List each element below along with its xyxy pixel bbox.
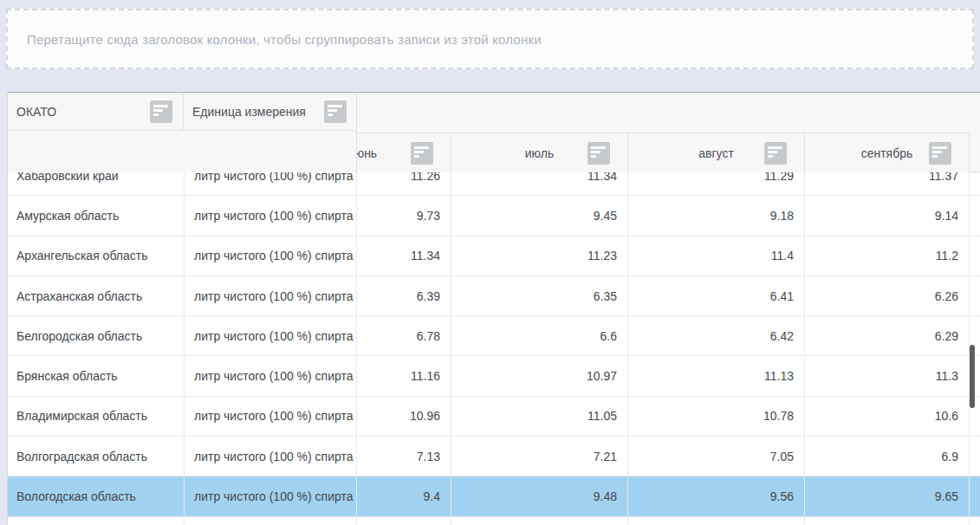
region-cell[interactable]: Хабаровский край xyxy=(8,172,184,195)
table-row[interactable]: 11.34 11.23 11.4 11.2 Архангельская обла… xyxy=(8,237,980,276)
table-row[interactable]: 7.13 7.21 7.05 6.9 Волгоградская область… xyxy=(8,437,980,476)
column-header-august[interactable]: август xyxy=(627,133,804,172)
value-cell[interactable]: 6.35 xyxy=(451,276,627,315)
value-cell[interactable]: 6.29 xyxy=(804,316,970,355)
value-cell[interactable]: 11.13 xyxy=(627,357,804,396)
region-cell[interactable]: Владимирская область xyxy=(8,397,184,436)
value-cell[interactable]: 6.9 xyxy=(804,437,970,476)
column-header-july[interactable]: июль xyxy=(451,133,627,172)
filter-menu-icon[interactable] xyxy=(150,100,172,123)
vertical-scrollbar-thumb[interactable] xyxy=(970,345,975,408)
value-cell[interactable]: 6.42 xyxy=(627,316,804,355)
filter-menu-icon[interactable] xyxy=(929,142,951,165)
value-cell[interactable]: 9.14 xyxy=(804,196,970,235)
column-header-okato[interactable]: ОКАТО xyxy=(8,93,184,131)
value-cell[interactable]: 11.3 xyxy=(804,357,970,396)
unit-cell[interactable]: литр чистого (100 %) спирта xyxy=(184,172,357,195)
value-cell[interactable]: 7.21 xyxy=(451,437,627,476)
value-cell[interactable]: 11.37 xyxy=(804,172,970,195)
value-cell[interactable]: 10.97 xyxy=(451,357,627,396)
column-header-unit[interactable]: Единица измерения xyxy=(184,93,357,131)
filter-menu-icon[interactable] xyxy=(324,100,347,123)
table-row[interactable]: 10.96 11.05 10.78 10.6 Владимирская обла… xyxy=(8,397,980,437)
unit-cell[interactable]: литр чистого (100 %) спирта xyxy=(184,476,357,515)
value-cell[interactable]: 9.48 xyxy=(451,476,627,515)
region-cell[interactable]: Архангельская область xyxy=(8,237,184,275)
region-cell[interactable]: Амурская область xyxy=(8,196,184,235)
column-header-september[interactable]: сентябрь xyxy=(804,133,970,172)
column-title: август xyxy=(698,146,734,160)
value-cell[interactable]: 11.4 xyxy=(627,237,804,275)
table-row-selected[interactable]: 9.4 9.48 9.56 9.65 Вологодская область л… xyxy=(8,476,980,516)
value-cell[interactable]: 9.18 xyxy=(627,196,804,235)
table-row[interactable] xyxy=(8,517,980,525)
region-cell[interactable]: Волгоградская область xyxy=(8,437,184,476)
region-cell[interactable]: Брянская область xyxy=(8,357,184,396)
column-title: ОКАТО xyxy=(16,105,56,119)
filter-menu-icon[interactable] xyxy=(764,142,787,165)
value-cell[interactable] xyxy=(451,517,627,525)
unit-cell[interactable]: литр чистого (100 %) спирта xyxy=(184,237,357,275)
locked-columns-header: ОКАТО Единица измерения xyxy=(8,93,357,172)
unit-cell[interactable] xyxy=(184,517,357,525)
value-cell[interactable]: 6.26 xyxy=(804,276,970,315)
data-grid: июнь июль август сентябрь ОКАТО Единица … xyxy=(7,92,980,525)
value-cell[interactable]: 9.45 xyxy=(451,196,627,235)
table-row[interactable]: 6.39 6.35 6.41 6.26 Астраханская область… xyxy=(8,276,980,316)
table-row[interactable]: 6.78 6.6 6.42 6.29 Белгородская область … xyxy=(8,316,980,356)
value-cell[interactable]: 9.56 xyxy=(627,476,804,515)
region-cell[interactable]: Белгородская область xyxy=(8,316,184,355)
filter-menu-icon[interactable] xyxy=(587,142,610,165)
unit-cell[interactable]: литр чистого (100 %) спирта xyxy=(184,437,357,476)
table-row[interactable]: 9.73 9.45 9.18 9.14 Амурская область лит… xyxy=(8,196,980,236)
grid-header: июнь июль август сентябрь ОКАТО Единица … xyxy=(8,93,980,172)
region-cell[interactable]: Вологодская область xyxy=(8,476,184,515)
value-cell[interactable] xyxy=(627,517,804,525)
value-cell[interactable]: 6.6 xyxy=(451,316,627,355)
group-by-drop-zone[interactable]: Перетащите сюда заголовок колонки, чтобы… xyxy=(6,9,974,69)
column-title: сентябрь xyxy=(861,146,913,160)
region-cell[interactable] xyxy=(8,517,184,525)
unit-cell[interactable]: литр чистого (100 %) спирта xyxy=(184,397,357,436)
region-cell[interactable]: Астраханская область xyxy=(8,276,184,315)
unit-cell[interactable]: литр чистого (100 %) спирта xyxy=(184,276,357,315)
value-cell[interactable]: 10.78 xyxy=(627,397,804,436)
table-row[interactable]: 11.16 10.97 11.13 11.3 Брянская область … xyxy=(8,357,980,397)
value-cell[interactable]: 10.6 xyxy=(804,397,970,436)
value-cell[interactable]: 11.23 xyxy=(451,237,627,275)
table-row[interactable]: 11.26 11.34 11.29 11.37 Хабаровский край… xyxy=(8,172,980,196)
grid-body: 11.26 11.34 11.29 11.37 Хабаровский край… xyxy=(8,172,980,525)
unit-cell[interactable]: литр чистого (100 %) спирта xyxy=(184,316,357,355)
value-cell[interactable]: 11.29 xyxy=(627,172,804,195)
value-cell[interactable]: 7.05 xyxy=(627,437,804,476)
value-cell[interactable]: 11.05 xyxy=(451,397,627,436)
unit-cell[interactable]: литр чистого (100 %) спирта xyxy=(184,357,357,396)
group-by-hint: Перетащите сюда заголовок колонки, чтобы… xyxy=(8,32,542,47)
value-cell[interactable]: 9.65 xyxy=(804,476,970,515)
unit-cell[interactable]: литр чистого (100 %) спирта xyxy=(184,196,357,235)
value-cell[interactable] xyxy=(804,517,970,525)
filter-menu-icon[interactable] xyxy=(411,142,433,165)
value-cell[interactable]: 6.41 xyxy=(627,276,804,315)
value-cell[interactable]: 11.34 xyxy=(451,172,627,195)
column-title: июль xyxy=(525,146,554,160)
value-cell[interactable]: 11.2 xyxy=(804,237,970,275)
column-title: Единица измерения xyxy=(192,105,306,119)
